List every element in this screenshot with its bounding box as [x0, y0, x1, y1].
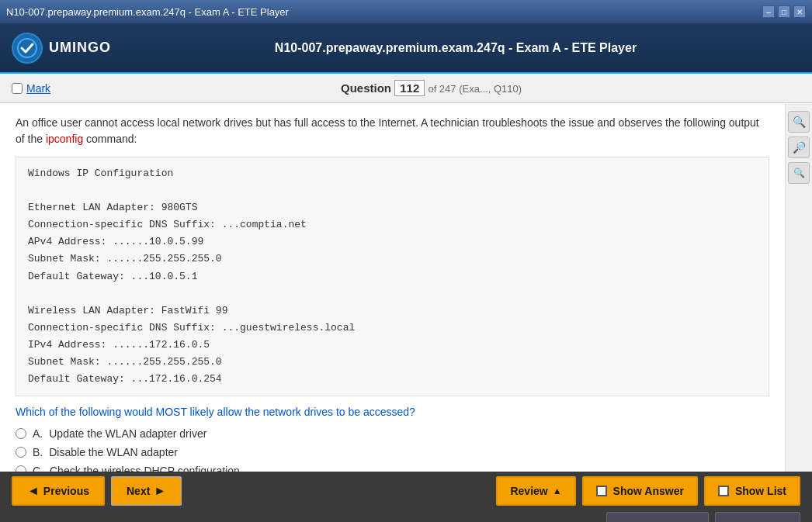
previous-arrow: ◄	[27, 484, 40, 498]
choice-b-text: Disable the WLAN adapter	[49, 446, 178, 458]
mark-input[interactable]	[12, 83, 23, 94]
next-button[interactable]: Next ►	[111, 476, 182, 506]
show-answer-button[interactable]: Show Answer	[582, 476, 698, 506]
choice-c-text: Check the wireless DHCP configuration	[50, 465, 240, 472]
logo-icon	[12, 33, 43, 64]
choice-a[interactable]: A. Update the WLAN adapter driver	[16, 427, 769, 440]
code-block: Windows IP Configuration Ethernet LAN Ad…	[16, 157, 769, 396]
choice-c[interactable]: C. Check the wireless DHCP configuration	[16, 465, 769, 472]
command-text: ipconfig	[46, 133, 83, 145]
question-number: 112	[394, 80, 425, 96]
question-text: An office user cannot access local netwo…	[16, 115, 769, 147]
bottom-row-2: Save Session End Exam	[12, 512, 800, 523]
save-session-button[interactable]: Save Session	[606, 512, 709, 523]
mark-checkbox[interactable]: Mark	[12, 82, 50, 95]
question-info: Question 112 of 247 (Exa..., Q110)	[62, 80, 800, 96]
choice-a-letter: A.	[33, 427, 43, 440]
code-content: Windows IP Configuration Ethernet LAN Ad…	[28, 165, 757, 388]
main-content: An office user cannot access local netwo…	[0, 103, 812, 472]
previous-button[interactable]: ◄ Previous	[12, 476, 105, 506]
zoom-in-icon[interactable]: 🔎	[788, 137, 810, 158]
choices: A. Update the WLAN adapter driver B. Dis…	[16, 427, 769, 472]
toolbar: Mark Question 112 of 247 (Exa..., Q110)	[0, 74, 812, 103]
choice-b-radio[interactable]	[16, 447, 26, 458]
choice-c-radio[interactable]	[16, 465, 26, 472]
zoom-out-icon[interactable]: 🔍	[788, 162, 810, 184]
restore-button[interactable]: □	[778, 5, 790, 18]
show-answer-label: Show Answer	[613, 485, 684, 497]
choice-a-text: Update the WLAN adapter driver	[49, 427, 206, 440]
bottom-row-1: ◄ Previous Next ► Review ▲ Show Answer S…	[12, 476, 800, 506]
close-button[interactable]: ✕	[793, 5, 806, 18]
window-title: N10-007.prepaway.premium.exam.247q - Exa…	[111, 41, 800, 55]
review-button[interactable]: Review ▲	[496, 476, 575, 506]
logo-area: UMINGO	[12, 33, 111, 64]
show-list-button[interactable]: Show List	[704, 476, 800, 506]
choice-b-letter: B.	[33, 446, 43, 458]
ask-text: Which of the following would MOST likely…	[16, 406, 769, 418]
bottom-container: ◄ Previous Next ► Review ▲ Show Answer S…	[0, 472, 812, 522]
mark-label[interactable]: Mark	[26, 82, 50, 95]
window-controls: – □ ✕	[762, 5, 806, 18]
review-label: Review	[510, 485, 547, 497]
choice-a-radio[interactable]	[16, 428, 26, 439]
logo-text: UMINGO	[49, 40, 111, 56]
header-bar: UMINGO N10-007.prepaway.premium.exam.247…	[0, 23, 812, 74]
question-area: An office user cannot access local netwo…	[0, 103, 785, 472]
search-icon[interactable]: 🔍	[788, 111, 810, 133]
right-sidebar: 🔍 🔎 🔍	[785, 103, 812, 472]
question-text-after: command:	[83, 133, 137, 145]
question-label: Question	[341, 81, 391, 95]
end-exam-button[interactable]: End Exam	[715, 512, 800, 523]
show-list-label: Show List	[735, 485, 786, 497]
next-arrow: ►	[154, 484, 166, 498]
previous-label: Previous	[43, 485, 89, 497]
next-label: Next	[127, 485, 150, 497]
choice-c-letter: C.	[33, 465, 43, 472]
review-dropdown-arrow: ▲	[553, 486, 562, 496]
choice-b[interactable]: B. Disable the WLAN adapter	[16, 446, 769, 458]
minimize-button[interactable]: –	[762, 5, 775, 18]
title-bar: N10-007.prepaway.premium.exam.247q - Exa…	[0, 0, 812, 23]
show-list-checkbox	[718, 486, 729, 496]
question-total: of 247 (Exa..., Q110)	[428, 83, 522, 95]
show-answer-checkbox	[596, 486, 607, 496]
title-bar-text: N10-007.prepaway.premium.exam.247q - Exa…	[6, 6, 289, 18]
